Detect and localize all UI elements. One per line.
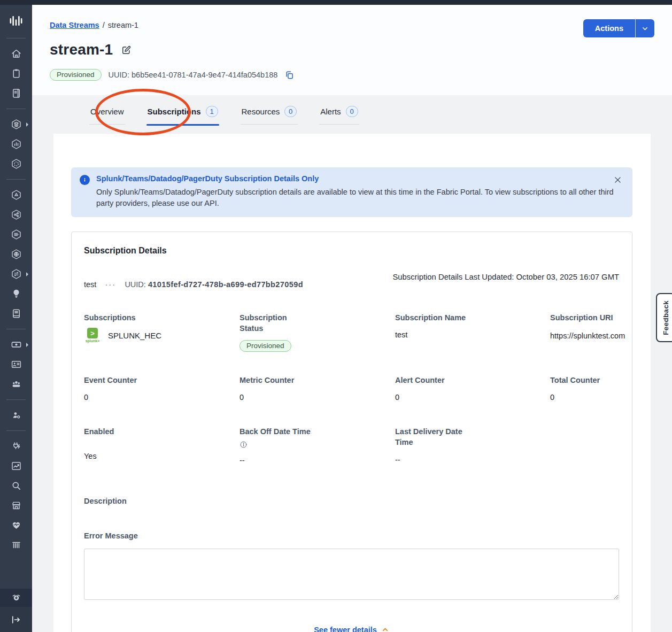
tab-label: Overview: [90, 107, 124, 116]
chevron-right-icon: [26, 122, 28, 127]
info-banner: Splunk/Teams/Datadog/PagerDuty Subscript…: [71, 167, 632, 217]
breadcrumb: Data Streams / stream-1: [50, 21, 138, 29]
actions-split-button[interactable]: Actions: [583, 19, 654, 37]
plug-bolt-icon[interactable]: [0, 436, 32, 456]
field-value: --: [395, 456, 550, 464]
field-value: 0: [240, 393, 395, 402]
info-icon: [80, 175, 90, 185]
last-updated-text: Subscription Details Last Updated: Octob…: [392, 273, 619, 281]
field-back-off-date-time: Back Off Date Time --: [240, 426, 395, 465]
copy-icon[interactable]: [284, 70, 295, 80]
subscription-details-card: Subscription Details test ··· UUID: 4101…: [71, 232, 632, 632]
close-icon[interactable]: [613, 175, 622, 184]
chart-line-icon[interactable]: [0, 456, 32, 476]
feedback-label: Feedback: [662, 300, 670, 335]
tab-count-badge: 1: [206, 106, 218, 117]
see-fewer-details-link[interactable]: See fewer details: [314, 626, 377, 632]
updates-badge-icon[interactable]: [0, 589, 32, 607]
field-value: 0: [395, 393, 550, 402]
tab-content-panel: Splunk/Teams/Datadog/PagerDuty Subscript…: [53, 134, 651, 632]
field-label: Subscription Status: [240, 312, 293, 334]
chevron-up-icon[interactable]: [381, 626, 389, 632]
journal-icon[interactable]: [0, 83, 32, 103]
stream-uuid: UUID: b6b5ee41-0781-47a4-9e47-414fa054b1…: [109, 71, 278, 79]
sidebar-divider: [6, 399, 26, 400]
info-outline-icon[interactable]: [240, 441, 395, 449]
field-label: Enabled: [84, 426, 240, 437]
contact-card-icon[interactable]: [0, 354, 32, 374]
book-icon[interactable]: [0, 304, 32, 323]
sidebar-divider: [6, 329, 26, 329]
search-icon[interactable]: [0, 476, 32, 496]
clipboard-icon[interactable]: [0, 64, 32, 83]
sidebar-divider: [6, 38, 26, 38]
hexagon-streams-icon[interactable]: [0, 225, 32, 244]
tab-label: Subscriptions: [148, 107, 201, 116]
description-label: Description: [84, 496, 619, 506]
tab-count-badge: 0: [284, 106, 297, 117]
equinix-logo[interactable]: [0, 9, 32, 33]
tab-alerts[interactable]: Alerts 0: [319, 105, 359, 126]
collapse-sidebar-icon[interactable]: [0, 607, 32, 632]
tab-overview[interactable]: Overview: [89, 105, 125, 126]
heart-pulse-icon[interactable]: [0, 515, 32, 535]
chevron-down-icon: [641, 25, 649, 33]
tab-resources[interactable]: Resources 0: [241, 105, 298, 126]
field-total-counter: Total Counter 0: [550, 375, 620, 402]
tab-underline-active: [146, 124, 219, 126]
banknote-icon[interactable]: [0, 335, 32, 354]
hexagon-globe-icon[interactable]: [0, 244, 32, 264]
user-gear-icon[interactable]: [0, 405, 32, 425]
field-label: Subscription Name: [395, 312, 550, 323]
feedback-button[interactable]: Feedback: [656, 293, 672, 342]
hexagon-share-icon[interactable]: [0, 205, 32, 225]
subscription-uuid: 41015fef-d727-478b-a699-ed77bb27059d: [148, 280, 303, 289]
error-message-textarea[interactable]: [84, 549, 619, 600]
overflow-menu-icon[interactable]: ···: [105, 280, 116, 289]
hexagon-network-icon[interactable]: [0, 185, 32, 205]
field-alert-counter: Alert Counter 0: [395, 375, 550, 402]
storefront-icon[interactable]: [0, 496, 32, 515]
hexagon-dashed-ring-icon[interactable]: [0, 154, 32, 174]
field-subscription-name: Subscription Name test: [395, 312, 550, 350]
hexagon-transfer-icon[interactable]: [0, 264, 32, 284]
field-label: Subscription URI: [550, 312, 620, 323]
sidebar-divider: [6, 109, 26, 109]
field-enabled: Enabled Yes: [84, 426, 240, 465]
uuid-prefix: UUID:: [125, 280, 145, 289]
tab-subscriptions[interactable]: Subscriptions 1: [146, 105, 219, 126]
status-badge: Provisioned: [50, 69, 102, 81]
lightbulb-icon[interactable]: [0, 284, 32, 304]
field-label: Metric Counter: [240, 375, 395, 386]
breadcrumb-current: stream-1: [108, 21, 138, 29]
breadcrumb-separator: /: [103, 21, 105, 29]
field-label: Back Off Date Time: [240, 426, 395, 437]
field-value: test: [395, 330, 550, 339]
actions-button[interactable]: Actions: [583, 19, 635, 37]
tab-underline: [241, 124, 298, 125]
tab-count-badge: 0: [346, 106, 358, 117]
field-value: 0: [84, 393, 240, 402]
top-strip: [0, 0, 672, 5]
field-label: Subscriptions: [84, 312, 240, 323]
subscription-status-badge: Provisioned: [240, 340, 291, 352]
actions-dropdown-button[interactable]: [636, 19, 654, 37]
tab-label: Alerts: [320, 107, 341, 116]
breadcrumb-link-data-streams[interactable]: Data Streams: [50, 21, 99, 29]
banner-body: Only Splunk/Teams/Datadog/PagerDuty subs…: [96, 187, 624, 209]
field-label: Alert Counter: [395, 375, 550, 386]
field-value: --: [240, 456, 395, 465]
field-label: Event Counter: [84, 375, 240, 386]
field-value: https://splunktest.com: [550, 330, 620, 342]
home-icon[interactable]: [0, 44, 32, 64]
users-icon[interactable]: [0, 374, 32, 394]
edit-icon[interactable]: [121, 44, 132, 56]
hexagon-layers-icon[interactable]: [0, 114, 32, 134]
field-value: 0: [550, 393, 620, 402]
field-subscription-status: Subscription Status Provisioned: [240, 312, 395, 350]
hexagon-metrics-icon[interactable]: [0, 134, 32, 154]
columns-icon[interactable]: [0, 535, 32, 555]
page-title: stream-1: [50, 41, 113, 58]
sidebar: [0, 5, 32, 632]
field-label: Last Delivery Date Time: [395, 426, 469, 448]
